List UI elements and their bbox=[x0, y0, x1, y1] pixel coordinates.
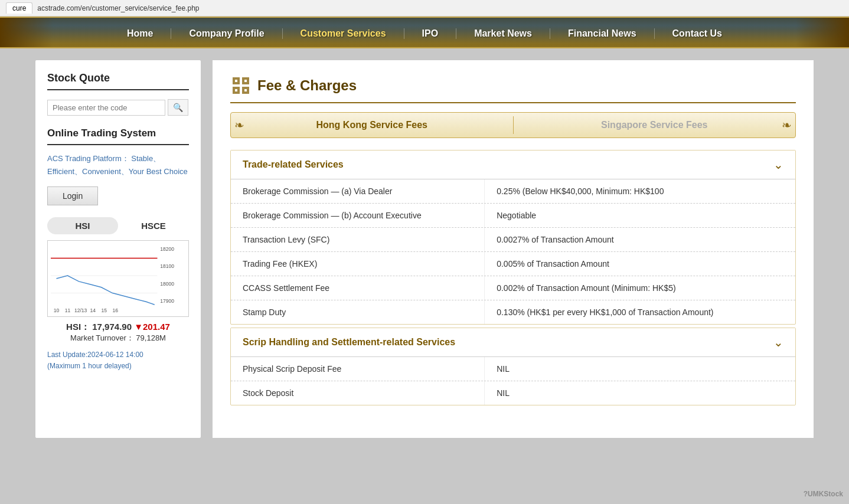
fee-row: CCASS Settlement Fee0.002% of Transactio… bbox=[231, 276, 795, 300]
svg-text:11: 11 bbox=[65, 307, 71, 313]
tab-hk-service-fees[interactable]: Hong Kong Service Fees bbox=[231, 113, 513, 138]
nav-banner: HomeCompany ProfileCustomer ServicesIPOM… bbox=[0, 17, 849, 48]
index-tab-hsce[interactable]: HSCE bbox=[118, 217, 189, 234]
tab-deco-right: ❧ bbox=[782, 118, 792, 132]
page-title-text: Fee & Charges bbox=[257, 77, 357, 94]
nav-item-financial-news[interactable]: Financial News bbox=[550, 28, 655, 39]
search-button[interactable]: 🔍 bbox=[168, 99, 188, 116]
svg-text:10: 10 bbox=[54, 307, 60, 313]
index-tab-hsi[interactable]: HSI bbox=[47, 217, 118, 234]
page-title-bar: Fee & Charges bbox=[230, 75, 796, 103]
fee-value: NIL bbox=[485, 381, 795, 405]
fee-row: Stamp Duty0.130% (HK$1 per every HK$1,00… bbox=[231, 300, 795, 324]
nav-item-contact-us[interactable]: Contact Us bbox=[655, 28, 740, 39]
fee-label: Stock Deposit bbox=[231, 381, 485, 405]
fee-sections: Trade-related Services⌄Brokerage Commiss… bbox=[230, 150, 796, 405]
nav-item-market-news[interactable]: Market News bbox=[456, 28, 550, 39]
trading-description: ACS Trading Platform： Stable、Efficient、C… bbox=[47, 152, 189, 178]
nav-item-customer-services[interactable]: Customer Services bbox=[283, 28, 404, 39]
chevron-icon-0: ⌄ bbox=[773, 158, 783, 172]
fee-label: Transaction Levy (SFC) bbox=[231, 228, 485, 251]
fee-value: 0.0027% of Transaction Amount bbox=[485, 228, 795, 251]
market-turnover: Market Turnover： 79,128M bbox=[47, 333, 189, 343]
hsi-change: ▼201.47 bbox=[134, 322, 170, 332]
url-bar[interactable]: acstrade.com/en/customer_service/service… bbox=[37, 4, 199, 12]
fee-table-1: Physical Scrip Deposit FeeNILStock Depos… bbox=[231, 356, 795, 405]
svg-text:14: 14 bbox=[90, 307, 96, 313]
svg-text:18200: 18200 bbox=[160, 246, 174, 252]
fee-row: Stock DepositNIL bbox=[231, 381, 795, 405]
watermark: ?UMKStock bbox=[804, 490, 843, 498]
last-update: Last Update:2024-06-12 14:00 (Maximum 1 … bbox=[47, 349, 189, 372]
fee-label: CCASS Settlement Fee bbox=[231, 276, 485, 300]
stock-quote-title: Stock Quote bbox=[47, 72, 189, 90]
svg-text:15: 15 bbox=[102, 307, 107, 313]
tab-sg-service-fees[interactable]: Singapore Service Fees bbox=[514, 113, 796, 138]
svg-text:12/13: 12/13 bbox=[74, 307, 87, 313]
svg-rect-19 bbox=[235, 89, 237, 91]
fee-label: Stamp Duty bbox=[231, 300, 485, 324]
fee-icon bbox=[230, 75, 252, 96]
svg-text:16: 16 bbox=[113, 307, 119, 313]
index-tabs: HSIHSCE bbox=[47, 217, 189, 234]
svg-text:18000: 18000 bbox=[160, 281, 174, 287]
fee-row: Physical Scrip Deposit FeeNIL bbox=[231, 356, 795, 381]
login-button[interactable]: Login bbox=[47, 186, 98, 205]
fee-section-title-1: Scrip Handling and Settlement-related Se… bbox=[243, 337, 455, 348]
browser-tab[interactable]: cure bbox=[6, 2, 32, 14]
fee-value: 0.005% of Transaction Amount bbox=[485, 252, 795, 276]
stock-search: 🔍 bbox=[47, 99, 189, 116]
fee-label: Brokerage Commission — (a) Via Dealer bbox=[231, 179, 485, 203]
svg-text:18100: 18100 bbox=[160, 263, 174, 269]
fee-row: Brokerage Commission — (b) Account Execu… bbox=[231, 203, 795, 227]
hsi-value-display: HSI： 17,974.90 ▼201.47 bbox=[47, 322, 189, 333]
fee-section-header-0[interactable]: Trade-related Services⌄ bbox=[231, 150, 795, 179]
nav-item-ipo[interactable]: IPO bbox=[404, 28, 457, 39]
fee-section-header-1[interactable]: Scrip Handling and Settlement-related Se… bbox=[231, 328, 795, 356]
fee-table-0: Brokerage Commission — (a) Via Dealer0.2… bbox=[231, 179, 795, 324]
fee-label: Physical Scrip Deposit Fee bbox=[231, 357, 485, 381]
fee-value: 0.130% (HK$1 per every HK$1,000 of Trans… bbox=[485, 300, 795, 324]
fee-value: 0.002% of Transaction Amount (Minimum: H… bbox=[485, 276, 795, 300]
search-input[interactable] bbox=[47, 100, 165, 116]
hsi-chart: 18200 18100 18000 17900 10 11 12/13 14 1… bbox=[47, 240, 189, 317]
svg-rect-20 bbox=[244, 89, 247, 91]
fee-label: Brokerage Commission — (b) Account Execu… bbox=[231, 204, 485, 227]
fee-section-1: Scrip Handling and Settlement-related Se… bbox=[230, 328, 796, 405]
address-bar: cure acstrade.com/en/customer_service/se… bbox=[0, 0, 849, 17]
fee-row: Brokerage Commission — (a) Via Dealer0.2… bbox=[231, 179, 795, 203]
fee-value: 0.25% (Below HK$40,000, Minimum: HK$100 bbox=[485, 179, 795, 203]
fee-label: Trading Fee (HKEX) bbox=[231, 252, 485, 276]
online-trading-title: Online Trading System bbox=[47, 127, 189, 145]
fee-value: NIL bbox=[485, 357, 795, 381]
fee-section-title-0: Trade-related Services bbox=[243, 159, 344, 170]
nav-item-company-profile[interactable]: Company Profile bbox=[171, 28, 282, 39]
fee-row: Transaction Levy (SFC)0.0027% of Transac… bbox=[231, 227, 795, 251]
service-fee-tabs[interactable]: ❧ Hong Kong Service Fees Singapore Servi… bbox=[230, 112, 796, 138]
svg-rect-17 bbox=[235, 80, 237, 82]
fee-row: Trading Fee (HKEX)0.005% of Transaction … bbox=[231, 251, 795, 276]
main-container: Stock Quote 🔍 Online Trading System ACS … bbox=[0, 48, 849, 450]
fee-value: Negotiable bbox=[485, 204, 795, 227]
nav-menu: HomeCompany ProfileCustomer ServicesIPOM… bbox=[0, 18, 849, 47]
svg-text:17900: 17900 bbox=[160, 298, 174, 304]
content-area: Fee & Charges ❧ Hong Kong Service Fees S… bbox=[213, 60, 814, 438]
nav-item-home[interactable]: Home bbox=[109, 28, 171, 39]
svg-rect-18 bbox=[244, 80, 247, 82]
chevron-icon-1: ⌄ bbox=[773, 335, 783, 349]
fee-section-0: Trade-related Services⌄Brokerage Commiss… bbox=[230, 150, 796, 325]
sidebar: Stock Quote 🔍 Online Trading System ACS … bbox=[35, 60, 201, 438]
